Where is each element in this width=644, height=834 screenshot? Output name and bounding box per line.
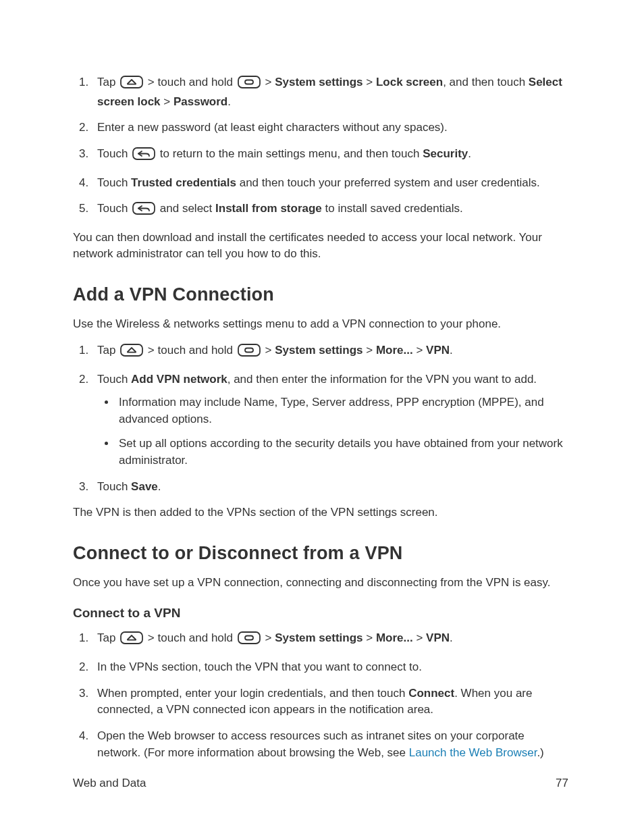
sub-list: Information may include Name, Type, Serv… <box>97 394 568 469</box>
bold-text: System settings <box>275 344 363 357</box>
bold-text: Security <box>423 147 468 160</box>
footer-section: Web and Data <box>73 775 146 792</box>
list-item: Tap > touch and hold > System settings >… <box>92 342 568 362</box>
list-item: In the VPNs section, touch the VPN that … <box>92 659 568 676</box>
list-item: Touch Trusted credentials and then touch… <box>92 175 568 192</box>
bold-text: Password <box>173 95 227 108</box>
paragraph: You can then download and install the ce… <box>73 230 568 263</box>
list-item: Open the Web browser to access resources… <box>92 728 568 761</box>
bold-text: System settings <box>275 76 363 88</box>
footer-page-number: 77 <box>556 775 568 792</box>
steps-list-connect: Tap > touch and hold > System settings >… <box>73 630 568 761</box>
bold-text: More... <box>376 631 413 644</box>
recent-apps-button-icon <box>238 76 261 94</box>
bold-text: VPN <box>426 631 450 644</box>
list-item: Tap > touch and hold > System settings >… <box>92 74 568 110</box>
bold-text: Trusted credentials <box>131 176 236 189</box>
bold-text: Save <box>131 480 158 493</box>
list-item: When prompted, enter your login credenti… <box>92 685 568 719</box>
paragraph: The VPN is then added to the VPNs sectio… <box>73 504 568 521</box>
paragraph: Once you have set up a VPN connection, c… <box>73 575 568 592</box>
home-button-icon <box>120 344 143 362</box>
recent-apps-button-icon <box>238 631 261 650</box>
bold-text: System settings <box>275 631 363 644</box>
list-item: Touch and select Install from storage to… <box>92 201 568 220</box>
bold-text: Lock screen <box>376 76 443 88</box>
steps-list-credentials: Tap > touch and hold > System settings >… <box>73 74 568 220</box>
bold-text: Connect <box>408 687 454 700</box>
back-button-icon <box>132 147 155 165</box>
bold-text: VPN <box>426 344 450 357</box>
heading-add-vpn: Add a VPN Connection <box>73 282 568 308</box>
list-item: Touch Add VPN network, and then enter th… <box>92 371 568 469</box>
heading-connect-disconnect: Connect to or Disconnect from a VPN <box>73 540 568 567</box>
list-item: Information may include Name, Type, Serv… <box>116 394 568 427</box>
paragraph: Use the Wireless & networks settings men… <box>73 316 568 333</box>
bold-text: Install from storage <box>215 202 322 215</box>
back-button-icon <box>132 202 155 220</box>
steps-list-add-vpn: Tap > touch and hold > System settings >… <box>73 342 568 495</box>
list-item: Touch Save. <box>92 479 568 496</box>
document-page: Tap > touch and hold > System settings >… <box>0 0 644 834</box>
recent-apps-button-icon <box>238 344 261 362</box>
bold-text: Add VPN network <box>131 373 227 386</box>
home-button-icon <box>120 76 143 94</box>
list-item: Touch to return to the main settings men… <box>92 146 568 165</box>
list-item: Set up all options according to the secu… <box>116 436 568 469</box>
list-item: Enter a new password (at least eight cha… <box>92 120 568 136</box>
home-button-icon <box>120 631 143 650</box>
subheading-connect: Connect to a VPN <box>73 604 568 623</box>
list-item: Tap > touch and hold > System settings >… <box>92 630 568 650</box>
bold-text: More... <box>376 344 413 357</box>
page-footer: Web and Data 77 <box>73 775 568 792</box>
link-launch-web-browser[interactable]: Launch the Web Browser <box>409 746 537 759</box>
